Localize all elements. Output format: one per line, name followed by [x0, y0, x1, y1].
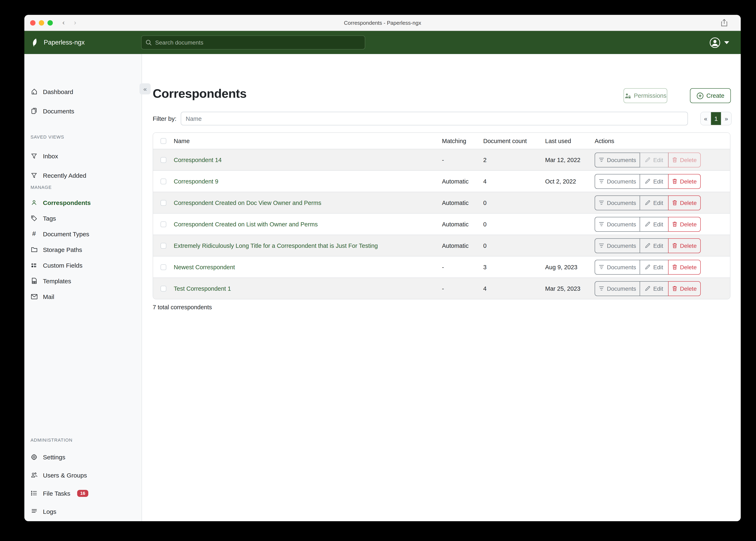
- table-row: Correspondent 9 Automatic 4 Oct 2, 2022 …: [153, 170, 730, 192]
- pagination-prev-button[interactable]: «: [701, 112, 711, 125]
- sidebar-item-label: Mail: [43, 293, 54, 300]
- tag-icon: [31, 215, 38, 221]
- last-used-cell: Aug 9, 2023: [545, 264, 595, 270]
- sidebar-item-label: Inbox: [43, 152, 58, 159]
- edit-button[interactable]: Edit: [640, 174, 669, 189]
- filter-by-label: Filter by:: [153, 115, 176, 122]
- main-content: Correspondents Permissions Create Filter…: [142, 54, 741, 521]
- sidebar-item-logs[interactable]: Logs: [24, 505, 142, 517]
- app-navbar: Paperless-ngx: [24, 31, 741, 54]
- delete-button[interactable]: Delete: [668, 238, 701, 253]
- column-header-last-used[interactable]: Last used: [545, 138, 595, 144]
- row-checkbox[interactable]: [161, 264, 166, 270]
- pagination-page-1[interactable]: 1: [711, 112, 721, 125]
- share-icon[interactable]: [721, 19, 728, 27]
- row-checkbox[interactable]: [161, 178, 166, 184]
- select-all-checkbox[interactable]: [161, 138, 166, 144]
- matching-cell: -: [442, 285, 483, 292]
- correspondent-link[interactable]: Correspondent 14: [174, 157, 222, 163]
- documents-button[interactable]: Documents: [595, 152, 640, 167]
- permissions-button[interactable]: Permissions: [624, 88, 667, 103]
- column-header-document-count[interactable]: Document count: [483, 138, 545, 144]
- correspondent-link[interactable]: Test Correspondent 1: [174, 285, 231, 292]
- sidebar-item-inbox[interactable]: Inbox: [24, 150, 142, 162]
- correspondent-link[interactable]: Correspondent Created on List with Owner…: [174, 221, 318, 228]
- sidebar-item-correspondents[interactable]: Correspondents: [24, 196, 142, 209]
- permissions-button-label: Permissions: [634, 92, 666, 99]
- sidebar-item-recently-added[interactable]: Recently Added: [24, 169, 142, 182]
- create-button[interactable]: Create: [690, 88, 731, 103]
- app-brand-label: Paperless-ngx: [44, 39, 85, 46]
- pagination-next-button[interactable]: »: [721, 112, 731, 125]
- correspondent-link[interactable]: Extremely Ridiculously Long Title for a …: [174, 242, 378, 249]
- documents-button[interactable]: Documents: [595, 217, 640, 232]
- sidebar-item-document-types[interactable]: # Document Types: [24, 228, 142, 240]
- document-count-cell: 0: [483, 221, 545, 228]
- last-used-cell: Mar 25, 2023: [545, 285, 595, 292]
- sidebar-item-dashboard[interactable]: Dashboard: [24, 85, 142, 98]
- delete-button[interactable]: Delete: [668, 281, 701, 296]
- sidebar-item-storage-paths[interactable]: Storage Paths: [24, 243, 142, 256]
- documents-button[interactable]: Documents: [595, 281, 640, 296]
- matching-cell: Automatic: [442, 221, 483, 228]
- row-checkbox[interactable]: [161, 243, 166, 249]
- user-menu[interactable]: [709, 31, 729, 54]
- name-filter-input[interactable]: [181, 112, 688, 125]
- correspondent-link[interactable]: Correspondent 9: [174, 178, 218, 185]
- row-checkbox[interactable]: [161, 200, 166, 206]
- sidebar-item-users-groups[interactable]: Users & Groups: [24, 469, 142, 481]
- table-row: Newest Correspondent - 3 Aug 9, 2023 Doc…: [153, 256, 730, 277]
- hash-icon: #: [31, 231, 38, 237]
- delete-button[interactable]: Delete: [668, 217, 701, 232]
- row-checkbox[interactable]: [161, 285, 166, 291]
- matching-cell: Automatic: [442, 242, 483, 249]
- list-circle-icon: [31, 262, 38, 268]
- correspondents-table: Name Matching Document count Last used A…: [153, 132, 730, 299]
- sidebar-item-documents[interactable]: Documents: [24, 105, 142, 117]
- documents-button[interactable]: Documents: [595, 238, 640, 253]
- edit-button[interactable]: Edit: [640, 152, 669, 167]
- sidebar-item-label: File Tasks: [43, 490, 70, 497]
- row-checkbox[interactable]: [161, 157, 166, 163]
- app-brand[interactable]: Paperless-ngx: [31, 31, 85, 54]
- sidebar-item-label: Document Types: [43, 230, 89, 237]
- documents-button[interactable]: Documents: [595, 195, 640, 210]
- column-header-matching[interactable]: Matching: [442, 138, 483, 144]
- edit-button[interactable]: Edit: [640, 238, 669, 253]
- folder-icon: [31, 247, 38, 253]
- delete-button[interactable]: Delete: [668, 174, 701, 189]
- matching-cell: -: [442, 264, 483, 270]
- sidebar-item-templates[interactable]: Templates: [24, 274, 142, 287]
- pagination: « 1 »: [700, 112, 732, 125]
- person-icon: [31, 199, 38, 206]
- sidebar-item-label: Correspondents: [43, 199, 91, 206]
- sidebar-item-custom-fields[interactable]: Custom Fields: [24, 259, 142, 271]
- delete-button[interactable]: Delete: [668, 195, 701, 210]
- delete-button[interactable]: Delete: [668, 152, 701, 167]
- sidebar-item-mail[interactable]: Mail: [24, 290, 142, 303]
- column-header-actions: Actions: [595, 138, 730, 144]
- sidebar-item-file-tasks[interactable]: File Tasks 16: [24, 487, 142, 499]
- sidebar-collapse-button[interactable]: «: [139, 83, 151, 94]
- delete-button[interactable]: Delete: [668, 260, 701, 274]
- edit-button[interactable]: Edit: [640, 217, 669, 232]
- titlebar: ‹ › Correspondents - Paperless-ngx: [24, 15, 741, 31]
- person-lock-icon: [624, 93, 631, 99]
- matching-cell: Automatic: [442, 178, 483, 185]
- table-row: Correspondent Created on Doc View Owner …: [153, 192, 730, 213]
- documents-button[interactable]: Documents: [595, 174, 640, 189]
- edit-button[interactable]: Edit: [640, 260, 669, 274]
- documents-button[interactable]: Documents: [595, 260, 640, 274]
- total-count-label: 7 total correspondents: [153, 304, 212, 310]
- sidebar-item-tags[interactable]: Tags: [24, 212, 142, 224]
- desktop-background: ‹ › Correspondents - Paperless-ngx Paper…: [0, 0, 756, 541]
- column-header-name[interactable]: Name: [174, 138, 442, 144]
- edit-button[interactable]: Edit: [640, 281, 669, 296]
- search-input[interactable]: [155, 39, 361, 46]
- edit-button[interactable]: Edit: [640, 195, 669, 210]
- row-checkbox[interactable]: [161, 221, 166, 227]
- correspondent-link[interactable]: Correspondent Created on Doc View Owner …: [174, 199, 321, 206]
- window-title: Correspondents - Paperless-ngx: [24, 15, 741, 31]
- sidebar-item-settings[interactable]: Settings: [24, 451, 142, 463]
- correspondent-link[interactable]: Newest Correspondent: [174, 264, 235, 270]
